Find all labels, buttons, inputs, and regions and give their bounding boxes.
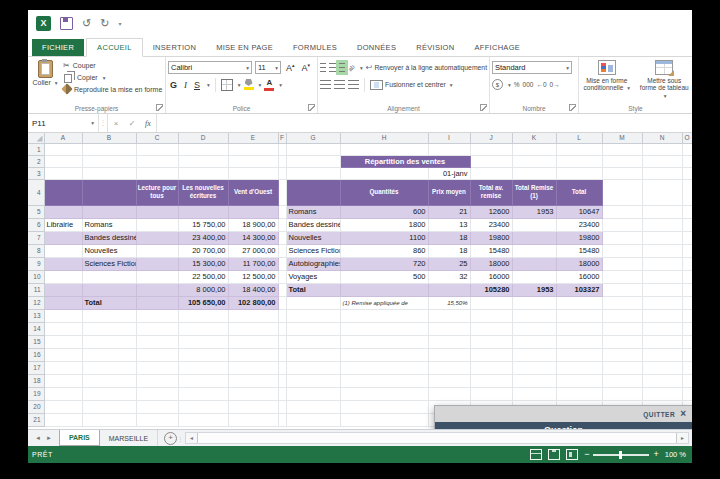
cell-A21[interactable] (44, 413, 82, 426)
cell-D3[interactable] (178, 167, 228, 179)
font-color-icon[interactable]: A (264, 79, 274, 91)
align-bottom-icon[interactable] (339, 63, 345, 72)
cell-M17[interactable] (602, 361, 642, 374)
cell-H3[interactable] (340, 167, 428, 179)
cell-L16[interactable] (556, 348, 602, 361)
cell-C15[interactable] (136, 335, 178, 348)
cell-E7[interactable]: 14 300,00 (228, 231, 278, 244)
cell-F8[interactable] (278, 244, 286, 257)
format-painter-button[interactable]: Reproduire la mise en forme (63, 85, 162, 93)
cell-A12[interactable] (44, 296, 82, 309)
cell-B5[interactable] (82, 205, 136, 218)
cell-K15[interactable] (512, 335, 556, 348)
cell-C6[interactable] (136, 218, 178, 231)
col-header-J[interactable]: J (470, 133, 512, 143)
cell-M9[interactable] (602, 257, 642, 270)
cell-I5[interactable]: 21 (428, 205, 470, 218)
enter-icon[interactable]: ✓ (124, 114, 140, 132)
increase-decimal-icon[interactable]: ←0 (536, 81, 546, 88)
cell-C2[interactable] (136, 155, 178, 167)
cell-M10[interactable] (602, 270, 642, 283)
row-header-6[interactable]: 6 (28, 218, 44, 231)
row-header-18[interactable]: 18 (28, 374, 44, 387)
sheet-prev-icon[interactable]: ◄ (35, 435, 41, 441)
cell-M19[interactable] (602, 387, 642, 400)
cell-M13[interactable] (602, 309, 642, 322)
cell-B4[interactable] (82, 179, 136, 205)
orientation-icon[interactable]: ab (347, 63, 356, 72)
cell-N2[interactable] (642, 155, 682, 167)
cell-G12[interactable] (286, 296, 340, 309)
cell-H2[interactable]: Répartition des ventes (340, 155, 470, 167)
cell-D17[interactable] (178, 361, 228, 374)
copy-button[interactable]: Copier ▾ (63, 72, 162, 83)
sheet-tab-paris[interactable]: PARIS (59, 430, 100, 446)
cell-N6[interactable] (642, 218, 682, 231)
cell-I15[interactable] (428, 335, 470, 348)
accounting-format-icon[interactable]: $ (492, 79, 503, 90)
cell-K1[interactable] (512, 143, 556, 155)
cell-H6[interactable]: 1800 (340, 218, 428, 231)
cell-I18[interactable] (428, 374, 470, 387)
cell-H1[interactable] (340, 143, 428, 155)
cell-O2[interactable] (682, 155, 692, 167)
cell-L12[interactable] (556, 296, 602, 309)
row-header-5[interactable]: 5 (28, 205, 44, 218)
zoom-level[interactable]: 100 % (665, 450, 686, 459)
cell-M8[interactable] (602, 244, 642, 257)
cell-J9[interactable]: 18000 (470, 257, 512, 270)
cell-I14[interactable] (428, 322, 470, 335)
add-sheet-icon[interactable]: + (164, 432, 177, 445)
cell-J7[interactable]: 19800 (470, 231, 512, 244)
cell-M5[interactable] (602, 205, 642, 218)
grow-font-button[interactable]: A▴ (284, 62, 297, 73)
cell-F15[interactable] (278, 335, 286, 348)
cell-K11[interactable]: 1953 (512, 283, 556, 296)
cell-L1[interactable] (556, 143, 602, 155)
cell-O9[interactable] (682, 257, 692, 270)
fill-color-icon[interactable] (244, 79, 254, 90)
cell-F20[interactable] (278, 400, 286, 413)
cell-L14[interactable] (556, 322, 602, 335)
cell-G9[interactable]: Autobiographies (286, 257, 340, 270)
cell-J14[interactable] (470, 322, 512, 335)
cell-F13[interactable] (278, 309, 286, 322)
cell-L11[interactable]: 103327 (556, 283, 602, 296)
cell-F5[interactable] (278, 205, 286, 218)
name-box[interactable]: P11▾ (28, 114, 99, 132)
zoom-out-icon[interactable]: − (584, 450, 589, 459)
cell-D18[interactable] (178, 374, 228, 387)
cell-O15[interactable] (682, 335, 692, 348)
cell-C8[interactable] (136, 244, 178, 257)
cell-D21[interactable] (178, 413, 228, 426)
cell-L15[interactable] (556, 335, 602, 348)
undo-icon[interactable]: ↺ (82, 18, 91, 29)
cell-G7[interactable]: Nouvelles (286, 231, 340, 244)
page-break-view-icon[interactable] (566, 449, 578, 460)
cell-C20[interactable] (136, 400, 178, 413)
cell-L19[interactable] (556, 387, 602, 400)
cell-L17[interactable] (556, 361, 602, 374)
cell-M16[interactable] (602, 348, 642, 361)
cell-B12[interactable]: Total (82, 296, 136, 309)
cell-A11[interactable] (44, 283, 82, 296)
cell-D14[interactable] (178, 322, 228, 335)
bold-button[interactable]: G (168, 80, 179, 90)
cell-M7[interactable] (602, 231, 642, 244)
zoom-in-icon[interactable]: + (653, 450, 658, 459)
cell-I16[interactable] (428, 348, 470, 361)
col-header-G[interactable]: G (286, 133, 340, 143)
row-header-1[interactable]: 1 (28, 143, 44, 155)
cell-F18[interactable] (278, 374, 286, 387)
cell-K12[interactable] (512, 296, 556, 309)
cell-F19[interactable] (278, 387, 286, 400)
align-left-icon[interactable] (320, 80, 331, 89)
paste-dropdown-icon[interactable]: ▾ (55, 80, 58, 86)
col-header-D[interactable]: D (178, 133, 228, 143)
cell-G20[interactable] (286, 400, 340, 413)
cell-I6[interactable]: 13 (428, 218, 470, 231)
col-header-A[interactable]: A (44, 133, 82, 143)
cell-K9[interactable] (512, 257, 556, 270)
cell-M6[interactable] (602, 218, 642, 231)
percent-style-icon[interactable]: % (514, 81, 520, 88)
